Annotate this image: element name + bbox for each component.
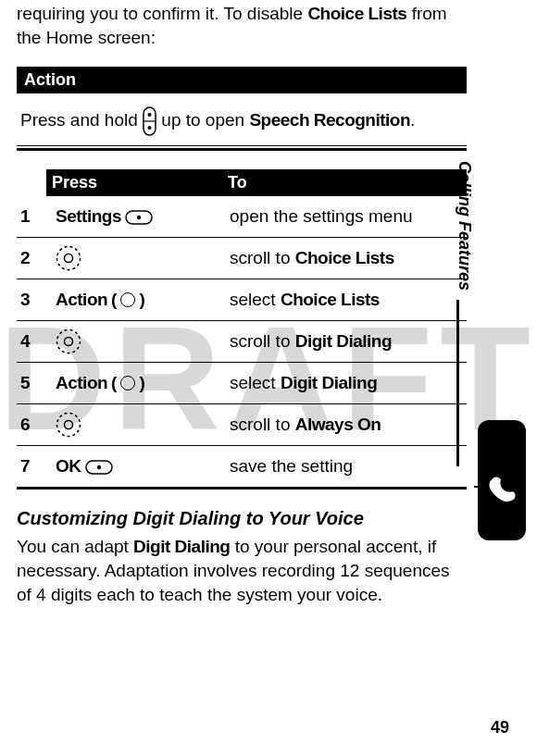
- row-to: save the setting: [226, 451, 467, 482]
- action-key-icon: [120, 376, 135, 390]
- row-number: 5: [17, 373, 50, 393]
- to-bold: Digit Dialing: [281, 373, 377, 392]
- row-to: scroll to Always On: [226, 409, 467, 440]
- action-key-icon: [120, 292, 135, 307]
- side-tab: Calling Features: [478, 226, 526, 559]
- row-press: [50, 242, 226, 275]
- press-label: Action: [56, 290, 107, 310]
- table-row: 7OK save the setting: [17, 446, 467, 488]
- press-to-header: Press To: [17, 169, 467, 196]
- header-to: To: [222, 169, 467, 196]
- phone-icon: [472, 466, 522, 516]
- header-press: Press: [46, 169, 222, 196]
- table-row: 3Action ()select Choice Lists: [17, 279, 467, 321]
- action-mid: up to open: [161, 110, 249, 130]
- soft-key-icon: [125, 209, 153, 224]
- table-row: 5Action ()select Digit Dialing: [17, 363, 467, 404]
- action-pre: Press and hold: [20, 110, 143, 130]
- row-number: 3: [17, 290, 50, 310]
- header-gap: [17, 169, 46, 196]
- action-heading: Action: [17, 67, 467, 93]
- row-press: OK: [50, 452, 226, 480]
- to-bold: Always On: [295, 415, 381, 434]
- soft-key-icon: [85, 459, 113, 474]
- row-to: select Choice Lists: [226, 284, 467, 316]
- page-number: 49: [491, 718, 509, 737]
- row-press: [50, 408, 226, 441]
- to-text: scroll to: [230, 248, 295, 267]
- section-heading: Customizing Digit Dialing to Your Voice: [17, 508, 467, 529]
- to-text: save the setting: [230, 456, 353, 476]
- to-text: select: [230, 373, 281, 392]
- row-to: select Digit Dialing: [226, 367, 467, 399]
- row-to: open the settings menu: [226, 201, 467, 232]
- divider-thick: [17, 487, 467, 490]
- press-label: Action: [56, 373, 107, 393]
- row-number: 1: [17, 206, 50, 227]
- row-number: 2: [17, 248, 50, 268]
- divider: [17, 145, 467, 146]
- table-row: 1Settings open the settings menu: [17, 196, 467, 238]
- to-bold: Choice Lists: [295, 248, 394, 267]
- to-text: scroll to: [230, 331, 295, 351]
- row-press: Action (): [50, 369, 226, 397]
- row-number: 7: [17, 456, 50, 477]
- press-label: Settings: [56, 206, 121, 227]
- to-text: scroll to: [230, 415, 295, 434]
- side-tab-label: Calling Features: [455, 161, 474, 291]
- intro-pre: requiring you to confirm it. To disable: [17, 4, 307, 23]
- section-bold: Digit Dialing: [133, 537, 230, 556]
- action-body: Press and hold up to open Speech Recogni…: [17, 93, 467, 145]
- table-row: 2scroll to Choice Lists: [17, 238, 467, 279]
- press-label: OK: [56, 456, 81, 477]
- table-row: 4scroll to Digit Dialing: [17, 321, 467, 363]
- row-to: scroll to Digit Dialing: [226, 326, 467, 357]
- row-to: scroll to Choice Lists: [226, 242, 467, 274]
- divider-thick: [17, 148, 467, 151]
- section-body: You can adapt Digit Dialing to your pers…: [17, 535, 467, 606]
- row-press: [50, 325, 226, 358]
- svg-point-2: [148, 113, 152, 117]
- intro-paragraph: requiring you to confirm it. To disable …: [17, 2, 467, 49]
- to-bold: Digit Dialing: [295, 331, 392, 351]
- side-tab-line: [456, 300, 459, 466]
- svg-point-3: [148, 126, 152, 130]
- intro-bold: Choice Lists: [307, 4, 406, 23]
- table-row: 6scroll to Always On: [17, 404, 467, 446]
- row-number: 6: [17, 415, 50, 435]
- action-bold: Speech Recognition: [249, 110, 410, 130]
- dpad-icon: [56, 328, 81, 354]
- dpad-icon: [56, 412, 81, 438]
- row-press: Action (): [50, 286, 226, 314]
- to-bold: Choice Lists: [281, 290, 380, 309]
- rocker-key-icon: [143, 106, 156, 136]
- section-pre: You can adapt: [17, 537, 133, 556]
- dpad-icon: [56, 245, 81, 271]
- row-number: 4: [17, 331, 50, 352]
- to-text: open the settings menu: [230, 206, 413, 226]
- to-text: select: [230, 290, 281, 309]
- action-end: .: [410, 110, 415, 130]
- row-press: Settings: [50, 203, 226, 230]
